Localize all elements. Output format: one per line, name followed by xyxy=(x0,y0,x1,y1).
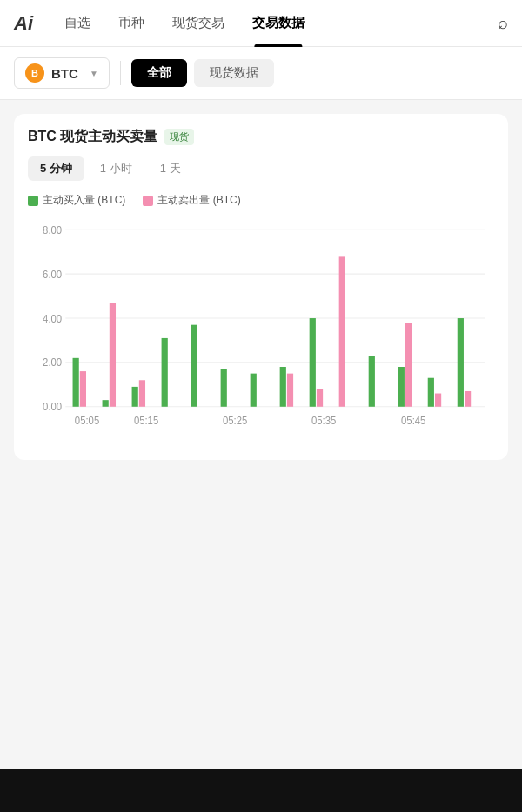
bar-sell-1 xyxy=(110,303,116,407)
nav-tab-watchlist[interactable]: 自选 xyxy=(50,0,104,47)
svg-text:6.00: 6.00 xyxy=(43,268,62,281)
chart-title-row: BTC 现货主动买卖量 现货 xyxy=(28,128,494,146)
nav-tab-trade-data[interactable]: 交易数据 xyxy=(238,0,318,47)
bar-buy-3 xyxy=(162,338,168,407)
spot-badge: 现货 xyxy=(164,129,194,145)
legend-sell-dot xyxy=(143,196,153,206)
bar-sell-8 xyxy=(317,389,323,406)
bar-buy-7 xyxy=(280,367,286,407)
bar-buy-13 xyxy=(458,318,464,407)
svg-text:05:25: 05:25 xyxy=(223,415,248,428)
bar-buy-1 xyxy=(103,400,109,407)
chart-title: BTC 现货主动买卖量 xyxy=(28,128,157,146)
bar-sell-13 xyxy=(465,391,471,407)
btn-all[interactable]: 全部 xyxy=(131,59,187,87)
svg-text:2.00: 2.00 xyxy=(43,356,62,369)
svg-text:0.00: 0.00 xyxy=(43,401,62,414)
nav-tab-spot-trade[interactable]: 现货交易 xyxy=(158,0,238,47)
bar-sell-2 xyxy=(139,380,145,407)
bar-sell-12 xyxy=(435,394,441,407)
legend-buy-dot xyxy=(28,196,38,206)
bottom-bar xyxy=(0,769,522,812)
chart-area: 8.00 6.00 4.00 2.00 0.00 xyxy=(28,220,494,446)
chart-svg: 8.00 6.00 4.00 2.00 0.00 xyxy=(28,220,494,446)
bar-buy-2 xyxy=(132,387,138,407)
svg-text:05:05: 05:05 xyxy=(75,415,100,428)
btn-spot[interactable]: 现货数据 xyxy=(194,59,274,87)
bar-buy-4 xyxy=(191,325,197,407)
nav-tab-currency[interactable]: 币种 xyxy=(104,0,158,47)
legend-sell-label: 主动卖出量 (BTC) xyxy=(157,193,240,208)
bar-buy-0 xyxy=(73,358,79,407)
bar-buy-10 xyxy=(369,356,375,407)
chart-card: BTC 现货主动买卖量 现货 5 分钟 1 小时 1 天 主动买入量 (BTC)… xyxy=(14,114,508,460)
svg-text:05:15: 05:15 xyxy=(134,415,159,428)
time-tab-5min[interactable]: 5 分钟 xyxy=(28,156,84,181)
btc-icon: B xyxy=(25,63,44,83)
svg-text:8.00: 8.00 xyxy=(43,223,62,236)
legend-buy-label: 主动买入量 (BTC) xyxy=(43,193,125,208)
bar-buy-6 xyxy=(251,374,257,407)
main-content: BTC 现货主动买卖量 现货 5 分钟 1 小时 1 天 主动买入量 (BTC)… xyxy=(0,100,522,812)
nav-tabs: 自选 币种 现货交易 交易数据 xyxy=(50,0,498,47)
coin-label: BTC xyxy=(51,66,78,81)
bar-sell-11 xyxy=(405,323,412,407)
svg-text:05:45: 05:45 xyxy=(401,415,426,428)
bar-buy-8 xyxy=(310,318,316,407)
top-nav: Ai 自选 币种 现货交易 交易数据 ⌕ xyxy=(0,0,522,47)
svg-text:05:35: 05:35 xyxy=(311,415,337,428)
time-tab-1h[interactable]: 1 小时 xyxy=(88,156,144,181)
bar-sell-9 xyxy=(339,256,345,406)
separator xyxy=(120,61,121,85)
search-icon[interactable]: ⌕ xyxy=(498,13,508,33)
time-tab-1d[interactable]: 1 天 xyxy=(148,156,193,181)
app-logo: Ai xyxy=(14,12,33,35)
data-type-buttons: 全部 现货数据 xyxy=(131,59,274,87)
bar-sell-7 xyxy=(287,374,293,407)
bar-buy-12 xyxy=(428,378,434,407)
chart-legend: 主动买入量 (BTC) 主动卖出量 (BTC) xyxy=(28,193,494,208)
svg-text:4.00: 4.00 xyxy=(43,312,62,325)
legend-buy: 主动买入量 (BTC) xyxy=(28,193,125,208)
time-tabs: 5 分钟 1 小时 1 天 xyxy=(28,156,494,181)
chevron-down-icon: ▼ xyxy=(90,69,98,78)
bar-sell-0 xyxy=(80,371,86,407)
legend-sell: 主动卖出量 (BTC) xyxy=(143,193,240,208)
filter-row: B BTC ▼ 全部 现货数据 xyxy=(0,47,522,100)
bar-buy-11 xyxy=(398,367,405,407)
coin-selector[interactable]: B BTC ▼ xyxy=(14,57,110,89)
bar-buy-5 xyxy=(221,369,227,407)
